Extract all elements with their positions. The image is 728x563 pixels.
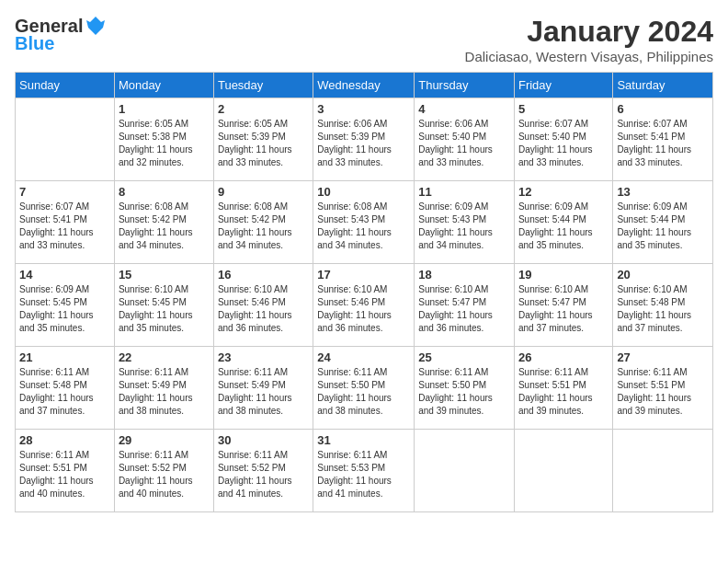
cell-info: Sunrise: 6:11 AM Sunset: 5:49 PM Dayligh… (119, 366, 210, 418)
cell-info: Sunrise: 6:11 AM Sunset: 5:48 PM Dayligh… (19, 366, 110, 418)
cell-info: Sunrise: 6:10 AM Sunset: 5:48 PM Dayligh… (617, 283, 709, 335)
day-cell: 7Sunrise: 6:07 AM Sunset: 5:41 PM Daylig… (16, 181, 115, 264)
day-cell: 11Sunrise: 6:09 AM Sunset: 5:43 PM Dayli… (415, 181, 515, 264)
page-header: General Blue January 2024 Daliciasao, We… (15, 15, 713, 64)
cell-info: Sunrise: 6:06 AM Sunset: 5:40 PM Dayligh… (418, 118, 510, 169)
day-number: 30 (218, 433, 309, 447)
cell-info: Sunrise: 6:11 AM Sunset: 5:50 PM Dayligh… (317, 366, 410, 418)
week-row-3: 21Sunrise: 6:11 AM Sunset: 5:48 PM Dayli… (16, 347, 713, 430)
day-number: 31 (317, 433, 410, 447)
cell-info: Sunrise: 6:11 AM Sunset: 5:51 PM Dayligh… (617, 366, 709, 418)
logo-icon (85, 15, 107, 37)
cell-info: Sunrise: 6:11 AM Sunset: 5:51 PM Dayligh… (518, 366, 609, 418)
header-wednesday: Wednesday (313, 73, 415, 98)
location-title: Daliciasao, Western Visayas, Philippines (465, 49, 713, 64)
day-cell: 29Sunrise: 6:11 AM Sunset: 5:52 PM Dayli… (114, 430, 213, 512)
header-saturday: Saturday (613, 73, 713, 98)
day-cell: 19Sunrise: 6:10 AM Sunset: 5:47 PM Dayli… (514, 264, 612, 347)
cell-info: Sunrise: 6:07 AM Sunset: 5:41 PM Dayligh… (19, 201, 110, 252)
cell-info: Sunrise: 6:08 AM Sunset: 5:43 PM Dayligh… (317, 201, 410, 252)
day-cell: 30Sunrise: 6:11 AM Sunset: 5:52 PM Dayli… (213, 430, 313, 512)
day-cell: 26Sunrise: 6:11 AM Sunset: 5:51 PM Dayli… (514, 347, 612, 430)
cell-info: Sunrise: 6:11 AM Sunset: 5:52 PM Dayligh… (218, 449, 309, 500)
day-cell: 24Sunrise: 6:11 AM Sunset: 5:50 PM Dayli… (313, 347, 415, 430)
day-cell: 25Sunrise: 6:11 AM Sunset: 5:50 PM Dayli… (415, 347, 515, 430)
cell-info: Sunrise: 6:08 AM Sunset: 5:42 PM Dayligh… (119, 201, 210, 252)
day-cell: 27Sunrise: 6:11 AM Sunset: 5:51 PM Dayli… (613, 347, 713, 430)
week-row-1: 7Sunrise: 6:07 AM Sunset: 5:41 PM Daylig… (16, 181, 713, 264)
cell-info: Sunrise: 6:09 AM Sunset: 5:44 PM Dayligh… (617, 201, 709, 252)
day-number: 4 (418, 102, 510, 116)
day-number: 25 (418, 350, 510, 364)
cell-info: Sunrise: 6:10 AM Sunset: 5:45 PM Dayligh… (119, 283, 210, 335)
cell-info: Sunrise: 6:10 AM Sunset: 5:47 PM Dayligh… (418, 283, 510, 335)
day-number: 23 (218, 350, 309, 364)
day-number: 9 (218, 185, 309, 199)
cell-info: Sunrise: 6:07 AM Sunset: 5:40 PM Dayligh… (518, 118, 609, 169)
logo-blue-text: Blue (15, 33, 54, 54)
day-number: 6 (617, 102, 709, 116)
cell-info: Sunrise: 6:10 AM Sunset: 5:46 PM Dayligh… (317, 283, 410, 335)
day-cell: 22Sunrise: 6:11 AM Sunset: 5:49 PM Dayli… (114, 347, 213, 430)
day-cell: 13Sunrise: 6:09 AM Sunset: 5:44 PM Dayli… (613, 181, 713, 264)
day-cell: 9Sunrise: 6:08 AM Sunset: 5:42 PM Daylig… (213, 181, 313, 264)
day-cell: 20Sunrise: 6:10 AM Sunset: 5:48 PM Dayli… (613, 264, 713, 347)
day-number: 1 (119, 102, 210, 116)
day-number: 17 (317, 268, 410, 282)
day-cell: 31Sunrise: 6:11 AM Sunset: 5:53 PM Dayli… (313, 430, 415, 512)
day-cell (415, 430, 515, 512)
cell-info: Sunrise: 6:07 AM Sunset: 5:41 PM Dayligh… (617, 118, 709, 169)
cell-info: Sunrise: 6:09 AM Sunset: 5:44 PM Dayligh… (518, 201, 609, 252)
logo: General Blue (15, 15, 107, 54)
week-row-0: 1Sunrise: 6:05 AM Sunset: 5:38 PM Daylig… (16, 98, 713, 181)
cell-info: Sunrise: 6:11 AM Sunset: 5:50 PM Dayligh… (418, 366, 510, 418)
cell-info: Sunrise: 6:10 AM Sunset: 5:46 PM Dayligh… (218, 283, 309, 335)
day-number: 26 (518, 350, 609, 364)
day-number: 13 (617, 185, 709, 199)
cell-info: Sunrise: 6:06 AM Sunset: 5:39 PM Dayligh… (317, 118, 410, 169)
day-cell: 16Sunrise: 6:10 AM Sunset: 5:46 PM Dayli… (213, 264, 313, 347)
day-cell: 8Sunrise: 6:08 AM Sunset: 5:42 PM Daylig… (114, 181, 213, 264)
day-number: 20 (617, 268, 709, 282)
day-cell: 21Sunrise: 6:11 AM Sunset: 5:48 PM Dayli… (16, 347, 115, 430)
day-cell (613, 430, 713, 512)
day-number: 22 (119, 350, 210, 364)
cell-info: Sunrise: 6:11 AM Sunset: 5:53 PM Dayligh… (317, 449, 410, 500)
cell-info: Sunrise: 6:10 AM Sunset: 5:47 PM Dayligh… (518, 283, 609, 335)
day-cell (514, 430, 612, 512)
day-number: 16 (218, 268, 309, 282)
day-cell: 17Sunrise: 6:10 AM Sunset: 5:46 PM Dayli… (313, 264, 415, 347)
day-cell: 28Sunrise: 6:11 AM Sunset: 5:51 PM Dayli… (16, 430, 115, 512)
day-number: 14 (19, 268, 110, 282)
day-number: 12 (518, 185, 609, 199)
day-cell: 2Sunrise: 6:05 AM Sunset: 5:39 PM Daylig… (213, 98, 313, 181)
day-cell: 1Sunrise: 6:05 AM Sunset: 5:38 PM Daylig… (114, 98, 213, 181)
day-cell: 5Sunrise: 6:07 AM Sunset: 5:40 PM Daylig… (514, 98, 612, 181)
day-number: 21 (19, 350, 110, 364)
cell-info: Sunrise: 6:09 AM Sunset: 5:43 PM Dayligh… (418, 201, 510, 252)
day-number: 28 (19, 433, 110, 447)
day-number: 19 (518, 268, 609, 282)
cell-info: Sunrise: 6:09 AM Sunset: 5:45 PM Dayligh… (19, 283, 110, 335)
day-number: 5 (518, 102, 609, 116)
day-number: 2 (218, 102, 309, 116)
day-cell (16, 98, 115, 181)
header-sunday: Sunday (16, 73, 115, 98)
cell-info: Sunrise: 6:08 AM Sunset: 5:42 PM Dayligh… (218, 201, 309, 252)
day-number: 15 (119, 268, 210, 282)
day-number: 7 (19, 185, 110, 199)
day-number: 10 (317, 185, 410, 199)
week-row-2: 14Sunrise: 6:09 AM Sunset: 5:45 PM Dayli… (16, 264, 713, 347)
day-cell: 23Sunrise: 6:11 AM Sunset: 5:49 PM Dayli… (213, 347, 313, 430)
day-number: 29 (119, 433, 210, 447)
day-cell: 3Sunrise: 6:06 AM Sunset: 5:39 PM Daylig… (313, 98, 415, 181)
cell-info: Sunrise: 6:11 AM Sunset: 5:49 PM Dayligh… (218, 366, 309, 418)
day-cell: 10Sunrise: 6:08 AM Sunset: 5:43 PM Dayli… (313, 181, 415, 264)
calendar-header-row: SundayMondayTuesdayWednesdayThursdayFrid… (16, 73, 713, 98)
cell-info: Sunrise: 6:05 AM Sunset: 5:38 PM Dayligh… (119, 118, 210, 169)
cell-info: Sunrise: 6:11 AM Sunset: 5:52 PM Dayligh… (119, 449, 210, 500)
cell-info: Sunrise: 6:05 AM Sunset: 5:39 PM Dayligh… (218, 118, 309, 169)
day-cell: 14Sunrise: 6:09 AM Sunset: 5:45 PM Dayli… (16, 264, 115, 347)
calendar-table: SundayMondayTuesdayWednesdayThursdayFrid… (15, 72, 713, 512)
day-cell: 15Sunrise: 6:10 AM Sunset: 5:45 PM Dayli… (114, 264, 213, 347)
